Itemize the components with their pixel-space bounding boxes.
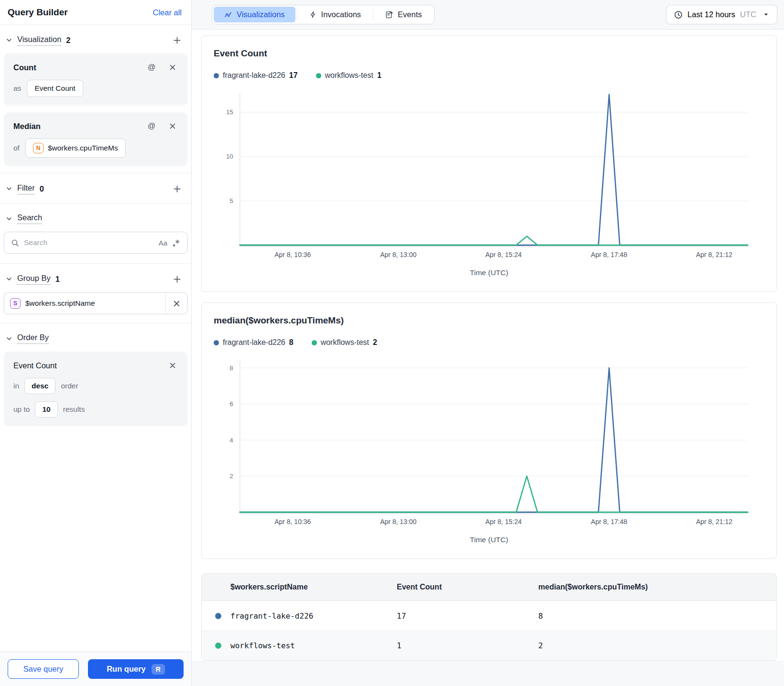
remove-orderby-icon[interactable]: [167, 360, 178, 371]
script-name-cell: workflows-test: [230, 641, 295, 650]
series-dot: [215, 643, 221, 649]
event-count-chart-card: Event Count fragrant-lake-d226 17workflo…: [201, 35, 777, 292]
section-orderby-label[interactable]: Order By: [17, 333, 49, 344]
svg-text:15: 15: [226, 108, 233, 116]
time-range-selector[interactable]: Last 12 hours UTC: [666, 5, 777, 24]
tab-visualizations[interactable]: Visualizations: [214, 7, 295, 22]
order-label: order: [61, 382, 78, 390]
groupby-count: 1: [55, 275, 60, 284]
page-title: Query Builder: [8, 7, 68, 18]
script-name-cell: fragrant-lake-d226: [230, 611, 313, 621]
x-axis-label: Time (UTC): [202, 268, 776, 277]
orderby-field: Event Count: [13, 361, 57, 370]
section-filter-header: Filter 0: [0, 175, 191, 201]
add-groupby-button[interactable]: [171, 273, 183, 285]
chevron-down-icon[interactable]: [6, 335, 12, 342]
separator: [297, 9, 297, 20]
remove-groupby-icon[interactable]: [166, 293, 187, 314]
count-card: Count @ as Event Count: [4, 54, 187, 106]
tab-events[interactable]: Events: [375, 7, 432, 22]
median-field-selector[interactable]: N $workers.cpuTimeMs: [25, 139, 126, 158]
sort-direction-selector[interactable]: desc: [24, 378, 55, 394]
svg-text:5: 5: [229, 197, 233, 204]
chevron-down-icon[interactable]: [6, 276, 12, 282]
svg-text:2: 2: [229, 472, 233, 480]
save-query-button[interactable]: Save query: [8, 659, 79, 679]
add-filter-button[interactable]: [171, 183, 183, 194]
section-visualization-label[interactable]: Visualization: [17, 35, 61, 46]
legend-item[interactable]: workflows-test 2: [312, 338, 377, 347]
median-cell: 2: [538, 641, 776, 650]
alias-icon[interactable]: @: [146, 121, 157, 131]
median-cputime-plot[interactable]: 2468Apr 8, 10:36Apr 8, 13:00Apr 8, 15:24…: [202, 354, 776, 531]
chevron-down-icon[interactable]: [6, 185, 12, 192]
chevron-down-icon[interactable]: [6, 215, 12, 222]
table-row: fragrant-lake-d226178: [202, 601, 776, 631]
chart-title: median($workers.cpuTimeMs): [214, 315, 776, 326]
alias-icon[interactable]: @: [146, 62, 157, 73]
lightning-icon: [309, 11, 317, 19]
event-count-cell: 17: [397, 611, 538, 621]
chart-legend: fragrant-lake-d226 8workflows-test 2: [214, 338, 776, 347]
form-icon: [385, 11, 393, 19]
timezone-label: UTC: [740, 10, 756, 19]
clock-icon: [674, 11, 683, 19]
chart-title: Event Count: [214, 48, 776, 59]
svg-text:Apr 8, 17:48: Apr 8, 17:48: [591, 251, 627, 258]
run-query-button[interactable]: Run query R: [88, 659, 184, 679]
svg-text:Apr 8, 15:24: Apr 8, 15:24: [485, 518, 522, 525]
chevron-down-icon[interactable]: [6, 37, 12, 43]
sidebar-footer: Save query Run query R: [0, 652, 191, 686]
chart-legend: fragrant-lake-d226 17workflows-test 1: [214, 71, 776, 80]
orderby-card: Event Count in desc order up to 10 resul…: [4, 352, 187, 426]
series-dot: [215, 613, 221, 619]
svg-text:6: 6: [229, 400, 233, 407]
event-count-cell: 1: [397, 641, 538, 650]
remove-count-icon[interactable]: [167, 62, 178, 73]
svg-text:10: 10: [226, 153, 233, 160]
regex-icon[interactable]: [172, 239, 180, 247]
svg-text:Apr 8, 13:00: Apr 8, 13:00: [380, 251, 416, 258]
svg-text:Apr 8, 13:00: Apr 8, 13:00: [380, 518, 416, 525]
section-groupby-label[interactable]: Group By: [17, 274, 51, 285]
groupby-item[interactable]: S $workers.scriptName: [4, 292, 187, 314]
median-cputime-chart-card: median($workers.cpuTimeMs) fragrant-lake…: [201, 302, 777, 559]
clear-all-button[interactable]: Clear all: [152, 8, 182, 17]
legend-dot: [312, 340, 317, 345]
view-tabs: Visualizations Invocations Events: [212, 5, 435, 24]
column-header: Event Count: [397, 583, 538, 591]
of-label: of: [13, 144, 20, 152]
section-search-header: Search: [0, 205, 191, 231]
legend-item[interactable]: fragrant-lake-d226 17: [214, 71, 298, 80]
separator: [373, 9, 373, 20]
query-builder-sidebar: Query Builder Clear all Visualization 2 …: [0, 0, 192, 686]
match-case-icon[interactable]: Aa: [159, 239, 167, 247]
table-row: workflows-test12: [202, 631, 776, 660]
tab-invocations[interactable]: Invocations: [299, 7, 371, 22]
content: Event Count fragrant-lake-d226 17workflo…: [192, 30, 784, 661]
legend-item[interactable]: workflows-test 1: [316, 71, 381, 80]
section-filter-label[interactable]: Filter: [17, 183, 35, 194]
median-card: Median @ of N $workers.cpuTimeMs: [4, 112, 187, 166]
result-limit-input[interactable]: 10: [35, 401, 57, 418]
svg-text:Apr 8, 21:12: Apr 8, 21:12: [696, 251, 732, 258]
svg-text:Apr 8, 17:48: Apr 8, 17:48: [591, 518, 627, 525]
count-card-title: Count: [13, 63, 36, 72]
search-input[interactable]: [24, 238, 154, 247]
in-label: in: [13, 382, 19, 390]
count-alias-field[interactable]: Event Count: [27, 80, 83, 97]
section-orderby-header: Order By: [0, 325, 191, 351]
section-search-label[interactable]: Search: [17, 213, 42, 224]
legend-item[interactable]: fragrant-lake-d226 8: [214, 338, 294, 347]
event-count-plot[interactable]: 51015Apr 8, 10:36Apr 8, 13:00Apr 8, 15:2…: [202, 86, 776, 264]
svg-text:Apr 8, 10:36: Apr 8, 10:36: [274, 251, 311, 258]
search-box: Aa: [4, 232, 187, 254]
main-area: Visualizations Invocations Events Last 1…: [192, 0, 784, 686]
x-axis-label: Time (UTC): [202, 536, 776, 544]
as-label: as: [13, 84, 21, 93]
add-visualization-button[interactable]: [171, 34, 183, 46]
legend-dot: [214, 340, 219, 345]
remove-median-icon[interactable]: [167, 121, 178, 131]
section-visualization-header: Visualization 2: [0, 27, 191, 53]
sidebar-header: Query Builder Clear all: [0, 0, 191, 25]
